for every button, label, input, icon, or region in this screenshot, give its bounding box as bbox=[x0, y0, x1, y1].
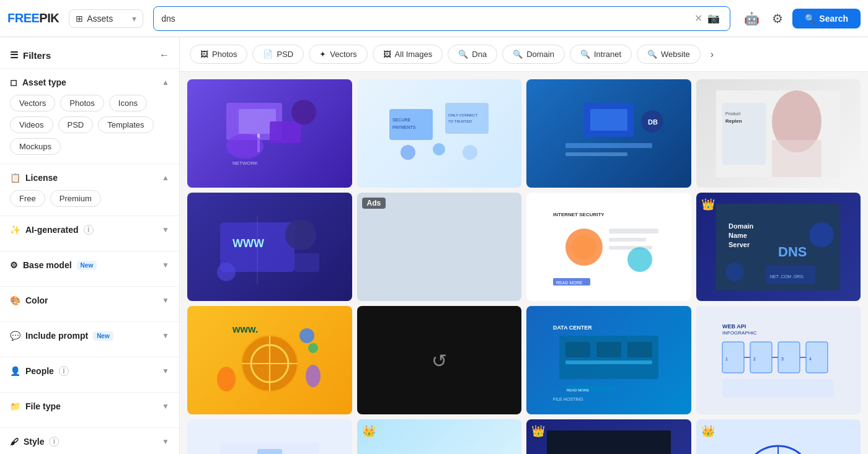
psd-tab-icon: 📄 bbox=[263, 50, 273, 59]
premium-crown-16: 👑 bbox=[701, 424, 715, 438]
svg-point-60 bbox=[306, 365, 321, 387]
tag-mockups[interactable]: Mockups bbox=[10, 138, 61, 155]
tab-all-images[interactable]: 🖼 All Images bbox=[373, 45, 443, 64]
svg-point-5 bbox=[291, 100, 316, 124]
filter-section-license: 📋 License ▲ Free Premium bbox=[0, 164, 179, 216]
logo-free: FREE bbox=[7, 11, 39, 25]
svg-text:READ MORE: READ MORE bbox=[556, 281, 583, 285]
tab-dna[interactable]: 🔍 Dna bbox=[448, 45, 497, 64]
svg-text:DNS: DNS bbox=[778, 244, 807, 260]
image-card-8[interactable]: Domain Name Server DNS .NET .COM .ORG 👑 bbox=[696, 193, 861, 301]
image-card-1[interactable]: NETWORK bbox=[187, 79, 352, 188]
svg-rect-66 bbox=[565, 360, 652, 364]
style-icon: 🖌 bbox=[10, 437, 19, 447]
filter-section-asset-type: ◻ Asset type ▲ Vectors Photos Icons Vide… bbox=[0, 68, 179, 164]
filter-section-color: 🎨 Color ▼ bbox=[0, 286, 179, 321]
file-type-icon: 📁 bbox=[10, 401, 20, 411]
settings-icon-button[interactable]: ⚙ bbox=[766, 7, 789, 30]
image-card-15[interactable]: 👑 bbox=[357, 419, 522, 454]
website-tab-icon: 🔍 bbox=[647, 50, 657, 59]
svg-point-58 bbox=[308, 343, 318, 353]
image-card-2[interactable]: SECURE PAYMENTS ONLY CONNECT TO TRUSTED bbox=[357, 79, 522, 188]
dna-tab-label: Dna bbox=[472, 50, 487, 59]
filters-header: ☰ Filters ← bbox=[0, 45, 179, 68]
tab-psd[interactable]: 📄 PSD bbox=[252, 45, 304, 64]
license-icon: 📋 bbox=[10, 173, 20, 183]
include-prompt-toggle[interactable]: 💬 Include prompt New ▼ bbox=[10, 331, 169, 341]
logo-pik: PIK bbox=[39, 11, 59, 25]
collapse-sidebar-button[interactable]: ← bbox=[159, 50, 169, 61]
tag-photos[interactable]: Photos bbox=[60, 95, 104, 111]
svg-rect-38 bbox=[609, 238, 646, 242]
svg-text:DATA CENTER: DATA CENTER bbox=[553, 325, 592, 331]
svg-rect-19 bbox=[565, 152, 627, 156]
ai-icon-button[interactable]: 🤖 bbox=[740, 7, 763, 30]
license-label: License bbox=[25, 173, 58, 183]
tag-premium[interactable]: Premium bbox=[50, 190, 101, 207]
assets-dropdown[interactable]: ⊞ Assets ▾ bbox=[69, 9, 143, 28]
tab-website[interactable]: 🔍 Website bbox=[637, 45, 701, 64]
premium-crown-15: 👑 bbox=[362, 424, 376, 438]
ai-generated-label: AI-generated bbox=[25, 225, 79, 235]
tab-vectors[interactable]: ✦ Vectors bbox=[309, 45, 367, 64]
image-card-12[interactable]: WEB API INFOGRAPHIC 1 2 3 4 bbox=[696, 306, 861, 414]
image-card-13[interactable]: DNS 👑 bbox=[526, 419, 691, 454]
clear-icon[interactable]: ✕ bbox=[694, 12, 702, 24]
people-chevron: ▼ bbox=[162, 367, 169, 375]
people-info-icon: i bbox=[59, 366, 69, 376]
svg-text:TO TRUSTED: TO TRUSTED bbox=[448, 120, 472, 123]
tag-icons[interactable]: Icons bbox=[109, 95, 147, 111]
assets-grid-icon: ⊞ bbox=[76, 14, 83, 24]
image-card-11[interactable]: DATA CENTER READ MORE FILE HOSTING bbox=[526, 306, 691, 414]
asset-type-toggle[interactable]: ◻ Asset type ▲ bbox=[10, 77, 169, 87]
svg-rect-24 bbox=[772, 140, 822, 177]
base-model-toggle[interactable]: ⚙ Base model New ▼ bbox=[10, 260, 169, 270]
image-card-5[interactable]: WWW bbox=[187, 193, 352, 301]
tabs-scroll-right[interactable]: › bbox=[706, 45, 719, 64]
tag-videos[interactable]: Videos bbox=[10, 116, 53, 133]
search-btn-label: Search bbox=[819, 14, 848, 24]
base-model-icon: ⚙ bbox=[10, 260, 18, 270]
filter-section-style: 🖌 Style i ▼ bbox=[0, 427, 179, 454]
asset-type-tags: Vectors Photos Icons Videos PSD Template… bbox=[10, 95, 169, 155]
svg-point-3 bbox=[226, 134, 264, 159]
svg-text:www.: www. bbox=[232, 324, 258, 334]
people-toggle[interactable]: 👤 People i ▼ bbox=[10, 366, 169, 376]
asset-type-label: Asset type bbox=[22, 77, 66, 87]
search-input[interactable] bbox=[161, 14, 694, 24]
search-button[interactable]: 🔍 Search bbox=[792, 9, 861, 28]
svg-point-49 bbox=[725, 263, 744, 281]
tag-psd[interactable]: PSD bbox=[58, 116, 94, 133]
intranet-tab-label: Intranet bbox=[594, 50, 621, 59]
file-type-toggle[interactable]: 📁 File type ▼ bbox=[10, 401, 169, 411]
content-area: 🖼 Photos 📄 PSD ✦ Vectors 🖼 All Images 🔍 … bbox=[180, 37, 868, 454]
color-toggle[interactable]: 🎨 Color ▼ bbox=[10, 295, 169, 305]
filter-section-base-model: ⚙ Base model New ▼ bbox=[0, 251, 179, 286]
image-card-3[interactable]: DB bbox=[526, 79, 691, 188]
image-card-16[interactable]: 👑 bbox=[696, 419, 861, 454]
image-card-10[interactable]: ↺ bbox=[357, 306, 522, 414]
ai-generated-toggle[interactable]: ✨ AI-generated i ▼ bbox=[10, 225, 169, 235]
svg-point-13 bbox=[401, 145, 415, 160]
license-toggle[interactable]: 📋 License ▲ bbox=[10, 173, 169, 183]
camera-icon[interactable]: 📷 bbox=[707, 12, 720, 24]
image-card-6[interactable]: Ads bbox=[357, 193, 522, 301]
search-bar: ✕ 📷 bbox=[153, 6, 730, 31]
tag-vectors[interactable]: Vectors bbox=[10, 95, 55, 111]
ai-generated-icon: ✨ bbox=[10, 225, 20, 235]
image-card-9[interactable]: www. bbox=[187, 306, 352, 414]
people-icon: 👤 bbox=[10, 366, 20, 376]
image-card-7[interactable]: INTERNET SECURITY READ MORE bbox=[526, 193, 691, 301]
image-card-4[interactable]: Product Replen bbox=[696, 79, 861, 188]
tag-templates[interactable]: Templates bbox=[98, 116, 153, 133]
all-images-tab-label: All Images bbox=[395, 50, 433, 59]
style-toggle[interactable]: 🖌 Style i ▼ bbox=[10, 437, 169, 447]
logo[interactable]: FREEPIK bbox=[7, 11, 59, 25]
tab-intranet[interactable]: 🔍 Intranet bbox=[570, 45, 632, 64]
image-card-14[interactable]: GDPR bbox=[187, 419, 352, 454]
tag-free[interactable]: Free bbox=[10, 190, 45, 207]
tab-domain[interactable]: 🔍 Domain bbox=[502, 45, 565, 64]
filter-section-ai-generated: ✨ AI-generated i ▼ bbox=[0, 216, 179, 251]
style-info-icon: i bbox=[49, 437, 59, 447]
tab-photos[interactable]: 🖼 Photos bbox=[190, 45, 247, 64]
